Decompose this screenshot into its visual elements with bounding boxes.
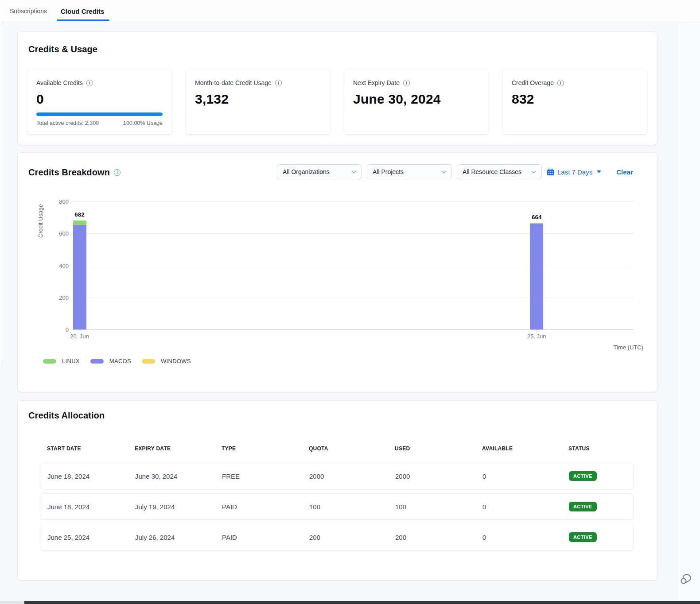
mtd-usage-card: Month-to-date Credit Usage i 3,132 xyxy=(186,70,330,134)
y-axis-tick: 800 xyxy=(35,198,69,205)
next-expiry-value: June 30, 2024 xyxy=(353,92,479,107)
bar-value-label: 664 xyxy=(523,214,550,221)
credits-progress-fill xyxy=(36,112,163,116)
x-axis-tick: 25. Jun xyxy=(527,333,546,340)
tab-bar: Subscriptions Cloud Credits xyxy=(0,0,700,22)
bar-value-label: 682 xyxy=(66,211,93,218)
credit-overage-card: Credit Overage i 832 xyxy=(503,70,647,134)
cell-expiry-date: June 30, 2024 xyxy=(135,472,222,480)
cell-quota: 2000 xyxy=(309,472,395,480)
y-axis-tick: 600 xyxy=(35,230,69,237)
cell-used: 2000 xyxy=(395,472,482,480)
legend-label-linux: LINUX xyxy=(62,358,80,364)
cell-start-date: June 18, 2024 xyxy=(47,472,135,480)
cell-type: PAID xyxy=(222,534,309,541)
legend-item-macos[interactable]: MACOS xyxy=(90,358,131,364)
tab-subscriptions-label: Subscriptions xyxy=(10,8,47,15)
cell-available: 0 xyxy=(482,472,569,480)
chart-legend: LINUX MACOS WINDOWS xyxy=(43,358,191,364)
tab-cloud-credits-label: Cloud Credits xyxy=(61,8,104,15)
chart-x-axis-title: Time (UTC) xyxy=(614,344,643,351)
status-badge: ACTIVE xyxy=(569,502,597,511)
mtd-usage-value: 3,132 xyxy=(195,92,321,107)
bar-segment-linux[interactable] xyxy=(530,223,543,224)
credit-overage-label: Credit Overage xyxy=(512,79,554,86)
x-axis-tickmark xyxy=(537,329,537,332)
legend-label-macos: MACOS xyxy=(109,358,131,364)
y-axis-tick: 400 xyxy=(35,263,69,269)
table-row: June 18, 2024 June 30, 2024 FREE 2000 20… xyxy=(40,463,634,489)
col-status: STATUS xyxy=(568,445,634,452)
total-active-credits: Total active credits: 2,300 xyxy=(36,120,99,126)
bar-segment-linux[interactable] xyxy=(73,221,86,225)
table-header: START DATE EXPIRY DATE TYPE QUOTA USED A… xyxy=(40,445,634,452)
cell-available: 0 xyxy=(482,503,569,511)
legend-swatch-macos xyxy=(90,359,104,364)
cloud-credits-page: Subscriptions Cloud Credits Credits & Us… xyxy=(0,0,700,604)
active-tab-indicator xyxy=(57,19,109,21)
gridline xyxy=(72,329,634,330)
available-credits-label: Available Credits xyxy=(36,79,83,86)
status-badge: ACTIVE xyxy=(569,471,597,481)
credits-allocation-section: Credits Allocation START DATE EXPIRY DAT… xyxy=(18,401,657,580)
cell-expiry-date: July 26, 2024 xyxy=(135,534,222,541)
cell-used: 100 xyxy=(395,503,482,511)
credit-overage-value: 832 xyxy=(512,92,638,107)
window-bottom-bar xyxy=(0,601,700,604)
tab-cloud-credits[interactable]: Cloud Credits xyxy=(57,0,108,22)
info-icon[interactable]: i xyxy=(86,80,93,86)
x-axis-tick: 20. Jun xyxy=(70,333,89,340)
credits-usage-title: Credits & Usage xyxy=(28,44,97,54)
usage-percent: 100.00% Usage xyxy=(123,120,163,126)
table-row: June 25, 2024 July 26, 2024 PAID 200 200… xyxy=(40,524,634,550)
col-start-date: START DATE xyxy=(47,445,135,452)
y-axis-tick: 200 xyxy=(35,294,69,301)
chart-bar[interactable]: 664 xyxy=(530,201,543,329)
cell-start-date: June 25, 2024 xyxy=(47,534,135,541)
left-panel-edge xyxy=(0,22,1,364)
credits-breakdown-section: Credits Breakdown i All Organizations Al… xyxy=(18,153,657,392)
legend-item-linux[interactable]: LINUX xyxy=(43,358,80,364)
col-quota: QUOTA xyxy=(309,445,395,452)
cell-available: 0 xyxy=(482,534,569,541)
status-badge: ACTIVE xyxy=(569,532,597,542)
next-expiry-card: Next Expiry Date i June 30, 2024 xyxy=(344,70,488,134)
cell-start-date: June 18, 2024 xyxy=(47,503,135,511)
gridline xyxy=(72,266,634,266)
credits-allocation-title: Credits Allocation xyxy=(28,410,105,421)
chart-bar[interactable]: 682 xyxy=(73,201,86,329)
gridline xyxy=(72,233,634,234)
credits-usage-section: Credits & Usage Available Credits i 0 To… xyxy=(18,32,657,145)
tab-subscriptions[interactable]: Subscriptions xyxy=(10,0,47,22)
x-axis-tickmark xyxy=(80,329,80,332)
bar-segment-macos[interactable] xyxy=(530,224,543,329)
chart-plot-area: 682664 xyxy=(72,201,634,329)
col-type: TYPE xyxy=(222,445,309,452)
cell-used: 200 xyxy=(395,534,482,541)
feedback-chat-icon[interactable] xyxy=(679,571,694,586)
gridline xyxy=(72,298,634,298)
next-expiry-label: Next Expiry Date xyxy=(353,79,400,86)
col-used: USED xyxy=(395,445,482,452)
right-scroll-gutter[interactable] xyxy=(677,22,700,601)
y-axis-tick: 0 xyxy=(35,326,69,333)
credits-progress-bar xyxy=(36,112,163,116)
col-available: AVAILABLE xyxy=(482,445,568,452)
table-row: June 18, 2024 July 19, 2024 PAID 100 100… xyxy=(40,493,634,520)
gridline xyxy=(72,201,634,202)
info-icon[interactable]: i xyxy=(557,80,564,86)
col-expiry-date: EXPIRY DATE xyxy=(135,445,222,452)
legend-swatch-linux xyxy=(43,359,56,364)
legend-item-windows[interactable]: WINDOWS xyxy=(142,358,191,364)
bar-segment-macos[interactable] xyxy=(73,225,86,329)
credits-breakdown-chart: Credit Usage 682664 020040060080020. Jun… xyxy=(18,153,657,392)
mtd-usage-label: Month-to-date Credit Usage xyxy=(195,79,272,86)
info-icon[interactable]: i xyxy=(275,80,282,86)
legend-swatch-windows xyxy=(142,359,155,364)
cell-expiry-date: July 19, 2024 xyxy=(135,503,222,511)
cell-type: FREE xyxy=(222,472,309,480)
info-icon[interactable]: i xyxy=(403,80,410,86)
available-credits-value: 0 xyxy=(36,92,163,107)
cell-quota: 200 xyxy=(309,534,395,541)
cell-type: PAID xyxy=(222,503,309,511)
